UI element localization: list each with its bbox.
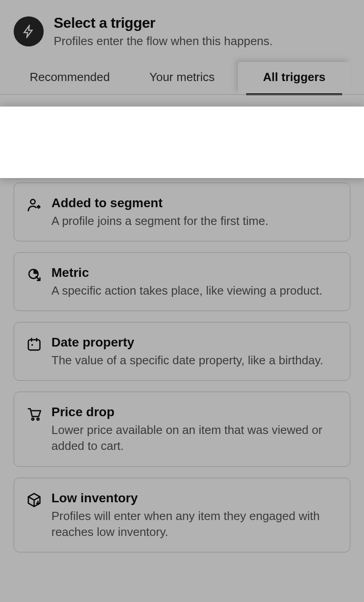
trigger-title: Metric	[51, 265, 322, 280]
segment-icon	[26, 197, 42, 213]
selected-row-highlight	[0, 107, 364, 178]
metric-icon	[26, 266, 42, 283]
trigger-metric[interactable]: Metric A specific action takes place, li…	[14, 252, 350, 311]
trigger-desc: Lower price available on an item that wa…	[51, 422, 338, 454]
modal-header: Select a trigger Profiles enter the flow…	[0, 0, 364, 94]
svg-point-6	[37, 418, 39, 420]
trigger-title: Added to segment	[51, 196, 268, 210]
svg-point-4	[31, 344, 33, 346]
calendar-icon	[26, 336, 42, 352]
svg-point-5	[32, 418, 34, 420]
tab-bar: Recommended Your metrics All triggers	[14, 62, 350, 94]
trigger-title: Date property	[51, 335, 323, 350]
cart-icon	[26, 406, 42, 422]
trigger-title: Low inventory	[51, 491, 338, 505]
trigger-desc: Profiles will enter when any item they e…	[51, 508, 338, 540]
trigger-title: Price drop	[51, 405, 338, 419]
trigger-picker-modal: Select a trigger Profiles enter the flow…	[0, 0, 364, 602]
trigger-added-to-segment[interactable]: Added to segment A profile joins a segme…	[14, 183, 350, 241]
lightning-icon	[14, 16, 44, 46]
trigger-price-drop[interactable]: Price drop Lower price available on an i…	[14, 392, 350, 466]
box-icon	[26, 492, 42, 508]
trigger-low-inventory[interactable]: Low inventory Profiles will enter when a…	[14, 478, 350, 552]
tab-your-metrics[interactable]: Your metrics	[126, 62, 238, 94]
modal-subtitle: Profiles enter the flow when this happen…	[54, 34, 273, 48]
svg-rect-3	[28, 340, 40, 350]
tab-recommended[interactable]: Recommended	[14, 62, 126, 94]
trigger-desc: A profile joins a segment for the first …	[51, 213, 268, 229]
modal-title: Select a trigger	[54, 15, 273, 31]
trigger-desc: A specific action takes place, like view…	[51, 283, 322, 299]
tab-all-triggers[interactable]: All triggers	[238, 62, 350, 94]
tab-label: All triggers	[263, 70, 325, 84]
trigger-date-property[interactable]: Date property The value of a specific da…	[14, 322, 350, 381]
trigger-desc: The value of a specific date property, l…	[51, 352, 323, 368]
svg-point-1	[30, 199, 35, 204]
